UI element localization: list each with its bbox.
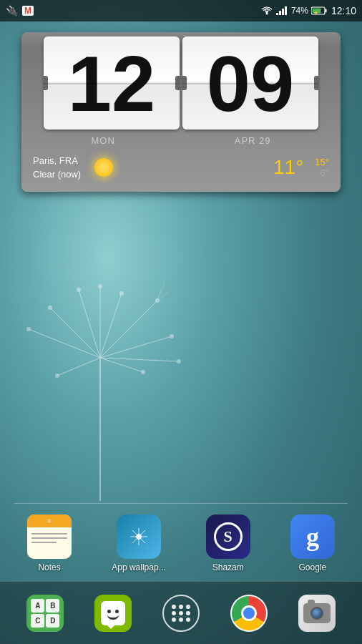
chat-eye-right: [115, 610, 119, 613]
apps-dot: [186, 605, 190, 609]
svg-line-40: [140, 530, 145, 535]
weather-text: Paris, FRA Clear (now): [33, 154, 81, 182]
apps-dot: [172, 611, 176, 615]
notes-line-1: [31, 533, 67, 535]
svg-point-17: [141, 370, 145, 374]
usb-icon: 🔌: [6, 5, 18, 16]
svg-point-7: [48, 306, 52, 310]
svg-rect-27: [282, 9, 284, 15]
app-item-google[interactable]: g Google: [290, 514, 335, 572]
notes-icon-top: ≡: [27, 514, 72, 527]
abc-cell-b: B: [46, 599, 59, 613]
hinge-right: [175, 76, 180, 90]
clock-hour: 12: [44, 36, 180, 130]
chrome-center: [241, 605, 257, 621]
dock-item-all-apps[interactable]: [162, 595, 200, 632]
abc-cell-a: A: [31, 599, 44, 613]
temp-now: 11°: [273, 156, 303, 179]
hinge-left: [44, 76, 48, 90]
app-label-wallpaper: App wallpap...: [112, 562, 165, 572]
svg-point-24: [265, 13, 268, 15]
chat-mouth: [107, 615, 119, 620]
app-item-shazam[interactable]: S Shazam: [206, 514, 250, 572]
app-dock: A B C D: [0, 581, 362, 644]
google-icon: g: [290, 514, 335, 559]
svg-point-15: [26, 327, 31, 331]
dock-item-camera[interactable]: [298, 595, 336, 632]
chrome-icon: [230, 595, 268, 632]
signal-icon: [275, 6, 288, 15]
clock-day: MON: [91, 135, 114, 146]
notes-icon: ≡: [27, 514, 72, 559]
clock-minute: 09: [182, 36, 318, 130]
battery-icon: ⚡: [311, 6, 327, 15]
svg-line-16: [100, 358, 143, 372]
svg-rect-30: [325, 9, 326, 13]
clock-date: APR 29: [235, 135, 271, 146]
svg-line-38: [132, 530, 137, 535]
svg-line-41: [132, 539, 137, 544]
app-grid: ≡ Notes: [0, 514, 362, 572]
svg-point-23: [98, 284, 102, 288]
wallpaper-icon: [117, 514, 161, 559]
notes-lines: [27, 527, 72, 559]
dock-item-abc[interactable]: A B C D: [26, 595, 64, 632]
temp-low: 6°: [321, 167, 329, 178]
temp-high: 15°: [315, 157, 329, 167]
status-right: 74% ⚡ 12:10: [261, 5, 356, 16]
google-g: g: [306, 522, 319, 552]
abc-icon: A B C D: [26, 595, 64, 632]
sun-icon: [88, 152, 119, 183]
status-left: 🔌 M: [6, 5, 34, 16]
app-label-shazam: Shazam: [212, 562, 244, 572]
clock-info: MON APR 29: [26, 132, 336, 147]
app-label-google: Google: [299, 562, 327, 572]
apps-dot: [179, 618, 183, 622]
dock-item-chat[interactable]: [94, 595, 132, 632]
weather-condition: Clear (now): [33, 167, 81, 182]
shazam-icon: S: [206, 514, 250, 559]
sun-circle: [94, 158, 113, 177]
apps-dot: [186, 611, 190, 615]
chat-eye-left: [107, 610, 111, 613]
notes-line-3: [31, 542, 57, 543]
svg-line-20: [100, 358, 179, 361]
apps-dot: [179, 611, 183, 615]
wifi-icon: [261, 6, 273, 15]
svg-point-13: [170, 334, 174, 338]
svg-line-18: [57, 358, 100, 376]
chat-face: [101, 601, 125, 625]
dock-item-chrome[interactable]: [230, 595, 268, 632]
abc-cell-c: C: [31, 614, 44, 628]
app-label-notes: Notes: [38, 562, 60, 572]
camera-icon: [298, 595, 336, 632]
hinge-left-min: [182, 76, 187, 90]
apps-dot: [186, 618, 190, 622]
notes-line-2: [31, 537, 67, 539]
shazam-s: S: [214, 522, 243, 551]
apps-dots-row-1: [172, 605, 190, 609]
apps-dot: [172, 605, 176, 609]
status-time: 12:10: [331, 5, 356, 16]
svg-line-6: [50, 308, 100, 358]
svg-point-21: [177, 359, 181, 364]
apps-dot: [172, 618, 176, 622]
cam-bump: [308, 600, 315, 604]
weather-row: Paris, FRA Clear (now) 11° 15° 6°: [26, 147, 336, 187]
cam-lens: [310, 607, 323, 620]
chat-eyes: [107, 610, 119, 613]
temp-range: 15° 6°: [315, 157, 329, 178]
app-item-wallpaper[interactable]: App wallpap...: [112, 514, 165, 572]
chat-icon: [94, 595, 132, 632]
clock-widget[interactable]: 12 09 MON APR 29 Paris, FRA Clear (now) …: [21, 32, 341, 192]
status-bar: 🔌 M 74% ⚡ 12:10: [0, 0, 362, 21]
svg-text:⚡: ⚡: [313, 10, 319, 16]
app-item-notes[interactable]: ≡ Notes: [27, 514, 72, 572]
chat-tail: [107, 625, 115, 629]
svg-rect-25: [276, 13, 278, 15]
apps-icon: [162, 595, 200, 632]
svg-line-39: [140, 539, 145, 544]
weather-location: Paris, FRA: [33, 154, 81, 168]
gmail-icon: M: [22, 6, 34, 16]
svg-rect-28: [285, 6, 287, 15]
